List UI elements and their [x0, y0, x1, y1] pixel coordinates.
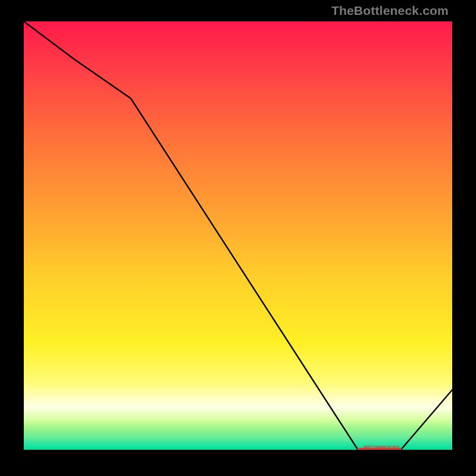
line-series [24, 21, 452, 450]
recommended-label: RECOMMENDED [364, 445, 400, 449]
plot-area: RECOMMENDED [24, 21, 452, 450]
watermark-label: TheBottleneck.com [331, 4, 449, 18]
chart-wrapper: TheBottleneck.com RECOMMENDED [0, 0, 476, 476]
bottleneck-curve-path [24, 21, 452, 450]
